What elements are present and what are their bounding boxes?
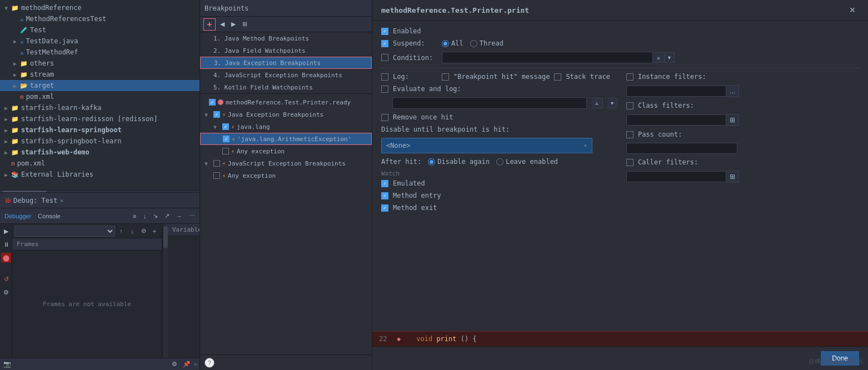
tree-item-TestMethodRef[interactable]: ☕ TestMethodRef [0,47,199,58]
evaluate-input[interactable] [392,97,587,109]
method-entry-checkbox[interactable]: ✓ [381,192,388,199]
camera-btn[interactable]: 📷 [2,359,12,369]
pass-count-checkbox[interactable] [626,131,633,138]
radio-all-btn[interactable] [442,40,449,47]
bp-group-java-exception[interactable]: ▼ ✓ ⚡ Java Exception Breakpoints [200,108,372,121]
bp-item-arithmetic[interactable]: ✓ ⚡ 'java.lang.ArithmeticException' [200,133,372,145]
log-checkbox[interactable] [381,73,388,81]
condition-input[interactable] [442,52,653,63]
caller-checkbox[interactable] [626,159,633,166]
bp-uncheck-icon [213,160,220,167]
tree-label: pom.xml [26,93,54,101]
tree-item-MethodReferencesTest[interactable]: ☕ MethodReferencesTest [0,13,199,24]
instance-checkbox[interactable] [626,73,633,81]
bp-next-btn[interactable]: ▶ [229,19,238,29]
instance-dots-btn[interactable]: ... [726,85,739,97]
condition-checkbox[interactable] [381,54,388,61]
tree-item-stream[interactable]: ▶ 📁 stream [0,69,199,80]
tree-item-methodReference[interactable]: ▼ 📁 methodReference [0,2,199,13]
evaluate-input-row: ▲ ▾ [392,97,617,109]
leave-enabled-option[interactable]: Leave enabled [496,158,558,166]
tree-item-pom1[interactable]: m pom.xml [0,91,199,102]
debugger-tab[interactable]: Debugger [2,212,33,221]
pass-count-input[interactable] [626,143,737,154]
rerun-btn[interactable]: ↺ [1,274,11,284]
bp-group-label: Java Exception Breakpoints [228,111,323,118]
bp-item-label: Any exception [228,172,276,179]
class-input[interactable] [626,114,726,126]
radio-thread[interactable]: Thread [470,39,503,47]
up-btn[interactable]: ↑ [116,226,126,236]
down-btn[interactable]: ↓ [127,226,137,236]
settings-bottom-btn[interactable]: ⚙ [169,359,179,369]
log-msg-checkbox[interactable] [442,73,449,81]
caller-input[interactable] [626,171,726,182]
help-button[interactable]: ? [204,358,214,368]
console-tab[interactable]: Console [36,212,62,221]
caller-dots-btn[interactable]: ⊞ [726,171,739,183]
tree-item-pom2[interactable]: m pom.xml [0,158,199,169]
tree-item-target[interactable]: ▶ 📂 target [0,80,199,91]
more-btn[interactable]: ⋯ [187,211,197,221]
method-exit-checkbox[interactable]: ✓ [381,204,388,212]
condition-expand-btn[interactable]: ▲ [653,52,665,63]
run-to-btn[interactable]: → [174,212,184,221]
bp-prev-btn[interactable]: ◀ [218,19,227,29]
tree-item-Test[interactable]: 🧪 Test [0,24,199,36]
filter-btn[interactable]: ≡ [131,212,138,221]
bp-category-5[interactable]: 5. Kotlin Field Watchpoints [200,81,372,93]
class-checkbox[interactable] [626,102,633,109]
leave-enabled-btn[interactable] [496,158,503,166]
disable-dropdown[interactable]: <None> ▾ [381,138,592,153]
stack-trace-checkbox[interactable] [554,73,561,81]
tree-item-kafka[interactable]: ▶ 📁 starfish-learn-kafka [0,102,199,113]
resume-btn[interactable]: ▶ [1,226,11,236]
suspend-checkbox[interactable]: ✓ [381,40,388,47]
emulated-checkbox[interactable]: ✓ [381,180,388,187]
bp-view-btn[interactable]: ⊞ [240,19,250,29]
enabled-checkbox[interactable]: ✓ [381,28,388,35]
disable-again-btn[interactable] [428,158,435,166]
tree-item-TestDate[interactable]: ▶ ☕ TestDate.java [0,36,199,47]
tree-item-others[interactable]: ▶ 📁 others [0,58,199,69]
pin-btn[interactable]: 📌 [182,359,192,369]
radio-thread-btn[interactable] [470,40,477,47]
stop-btn[interactable]: ⬤ [1,253,11,263]
bp-group-java-lang[interactable]: ▼ ✓ ⚡ java.lang [200,121,372,133]
bp-category-2[interactable]: 2. Java Field Watchpoints [200,44,372,57]
filter-frames-btn[interactable]: ⊘ [138,226,148,236]
tree-item-springboot[interactable]: ▶ 📁 starfish-learn-springboot [0,124,199,136]
bp-category-1[interactable]: 1. Java Method Breakpoints [200,32,372,44]
bp-item-any-exception2[interactable]: ⚡ Any exception [200,169,372,182]
after-hit-row: After hit: Disable again Leave enabled [381,158,617,166]
bp-category-4[interactable]: 4. JavaScript Exception Breakpoints [200,69,372,81]
radio-all[interactable]: All [442,39,463,47]
bp-item-printer-ready[interactable]: ✓ methodReference.Test.Printer.ready [200,96,372,108]
remove-checkbox[interactable] [381,114,388,121]
bp-group-js-exception[interactable]: ▼ ⚡ JavaScript Exception Breakpoints [200,157,372,169]
disable-again-option[interactable]: Disable again [428,158,490,166]
close-debug-icon[interactable]: ✕ [59,197,63,204]
condition-dropdown-btn[interactable]: ▾ [665,52,675,63]
add-frames-btn[interactable]: + [149,226,159,236]
step-out-btn[interactable]: ↗ [162,211,172,221]
tree-item-external[interactable]: ▶ 📚 External Libraries [0,169,199,180]
bp-category-3[interactable]: 3. Java Exception Breakpoints [200,57,372,69]
evaluate-dropdown-btn[interactable]: ▾ [607,98,617,108]
tree-item-redisson[interactable]: ▶ 📁 starfish-learn-redisson [redisson] [0,113,199,124]
evaluate-checkbox[interactable] [381,86,388,93]
instance-input[interactable] [626,86,726,97]
bp-add-button[interactable]: + [203,18,216,31]
tree-item-springboot-learn[interactable]: ▶ 📁 starfish-springboot-learn [0,136,199,147]
tree-item-web-demo[interactable]: ▶ 📁 starfish-web-demo [0,147,199,158]
class-dots-btn[interactable]: ⊞ [726,114,739,126]
step-over-btn[interactable]: ↓ [141,212,149,221]
step-into-btn[interactable]: ↘ [151,211,160,221]
close-button[interactable]: ✕ [846,4,859,16]
props-left-col: Log: "Breakpoint hit" message Stack trac… [381,73,617,216]
bp-item-any-exception1[interactable]: ⚡ Any exception [200,145,372,157]
evaluate-expand-btn[interactable]: ▲ [591,98,603,108]
frame-selector[interactable] [14,226,115,237]
settings-btn[interactable]: ⚙ [1,287,11,297]
pause-btn[interactable]: ⏸ [1,239,11,249]
